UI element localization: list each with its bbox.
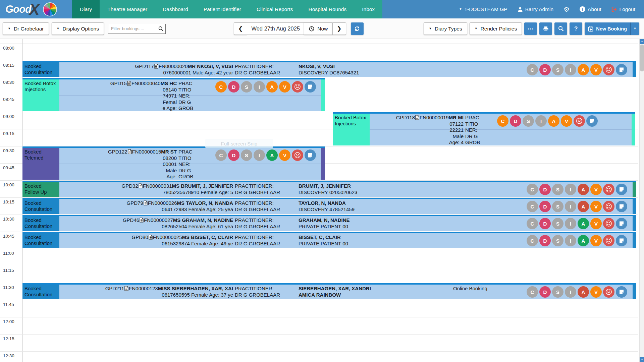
badge-s[interactable]: S: [552, 235, 564, 246]
booking-status-block[interactable]: Booked Consultation: [22, 216, 59, 231]
booking-body[interactable]: GPD46FN00000027MS GRAHAM, N, NADINE08265…: [59, 216, 633, 231]
badge-c[interactable]: C: [527, 201, 538, 212]
note-icon-badge[interactable]: [616, 64, 627, 75]
badge-d[interactable]: D: [510, 115, 521, 127]
badge-a[interactable]: A: [578, 184, 589, 195]
scrollbar-thumb[interactable]: [640, 45, 644, 71]
badge-i[interactable]: I: [565, 201, 576, 212]
badge-v[interactable]: V: [590, 184, 602, 195]
time-slot-1230[interactable]: 12:30: [0, 352, 638, 362]
booking-body[interactable]: GPD80FN00000025MS BISSET, C, CLAIR061532…: [59, 233, 633, 248]
booking-body[interactable]: GPD118FN00000019MR MI0712222221MaleAge: …: [370, 114, 632, 145]
badge-a[interactable]: A: [548, 115, 559, 127]
badge-d[interactable]: D: [539, 201, 551, 212]
badge-a[interactable]: A: [578, 218, 589, 229]
booking-status-block[interactable]: Booked Botox Injections: [22, 79, 59, 111]
note-icon-badge[interactable]: [305, 149, 316, 161]
tab-hospital-rounds[interactable]: Hospital Rounds: [301, 0, 354, 18]
badge-s[interactable]: S: [552, 218, 564, 229]
sad-face-icon[interactable]: ☹: [603, 64, 614, 75]
booking-0930-gpd122[interactable]: Booked TelemedGPD122FN00000015MR ST08200…: [22, 146, 325, 180]
badge-d[interactable]: D: [539, 235, 551, 246]
badge-a[interactable]: A: [578, 235, 589, 246]
note-icon-badge[interactable]: [616, 184, 627, 195]
time-slot-1100[interactable]: 11:00: [0, 249, 638, 266]
booking-body[interactable]: GPD122FN00000015MR ST0820000001MaleAge:P…: [59, 148, 321, 180]
badge-i[interactable]: I: [565, 235, 576, 246]
badge-i[interactable]: I: [565, 184, 576, 195]
sad-face-icon[interactable]: ☹: [292, 81, 303, 93]
diary-types-dropdown[interactable]: ▼ Diary Types: [424, 22, 467, 35]
sad-face-icon[interactable]: ☹: [603, 218, 614, 229]
sad-face-icon[interactable]: ☹: [603, 201, 614, 212]
display-options-dropdown[interactable]: ▼ Display Options: [52, 22, 104, 35]
note-icon-badge[interactable]: [616, 218, 627, 229]
next-day-button[interactable]: ❯: [332, 22, 346, 35]
practitioner-dropdown[interactable]: ▼ Dr Grobelaar: [3, 22, 49, 35]
time-slot-1215[interactable]: 12:15: [0, 335, 638, 352]
booking-status-block[interactable]: Booked Consultation: [22, 233, 59, 248]
booking-1015-gpd79[interactable]: Booked ConsultationGPD79FN00000026MS TAY…: [22, 198, 636, 214]
booking-1130-gpd211[interactable]: Booked ConsultationGPD211FN00000123MISS …: [22, 283, 636, 299]
tab-dashboard[interactable]: Dashboard: [155, 0, 196, 18]
logout-button[interactable]: Logout: [611, 6, 635, 12]
more-options-button[interactable]: •••: [524, 22, 537, 35]
booking-0815-gpd117[interactable]: Booked ConsultationGPD117FN00000020MR NK…: [22, 61, 636, 77]
badge-c[interactable]: C: [215, 81, 227, 93]
time-slot-1145[interactable]: 11:45: [0, 300, 638, 317]
sad-face-icon[interactable]: ☹: [603, 184, 614, 195]
badge-d[interactable]: D: [539, 184, 551, 195]
badge-c[interactable]: C: [215, 149, 227, 161]
render-policies-dropdown[interactable]: ▼ Render Policies: [470, 22, 522, 35]
booking-status-block[interactable]: Booked Telemed: [22, 148, 59, 180]
badge-c[interactable]: C: [527, 235, 538, 246]
note-icon-badge[interactable]: [305, 81, 316, 93]
help-button[interactable]: ?: [570, 22, 582, 35]
badge-d[interactable]: D: [539, 64, 551, 75]
booking-status-block[interactable]: Booked Consultation: [22, 285, 59, 299]
badge-v[interactable]: V: [590, 286, 602, 298]
badge-a[interactable]: A: [578, 64, 589, 75]
badge-v[interactable]: V: [279, 81, 290, 93]
badge-i[interactable]: I: [565, 218, 576, 229]
badge-v[interactable]: V: [279, 149, 290, 161]
badge-v[interactable]: V: [590, 201, 602, 212]
user-menu[interactable]: Barry Admin: [518, 6, 553, 12]
booking-1030-gpd46[interactable]: Booked ConsultationGPD46FN00000027MS GRA…: [22, 215, 636, 231]
search-button[interactable]: [554, 22, 567, 35]
badge-i[interactable]: I: [254, 149, 265, 161]
booking-0830-gpd15[interactable]: Booked Botox InjectionsGPD15FN00000040MS…: [22, 78, 325, 111]
practice-selector[interactable]: ▼ 1-DOCSTEAM GP: [459, 6, 507, 12]
booking-0900-gpd118[interactable]: Booked Botox InjectionsGPD118FN00000019M…: [333, 112, 635, 145]
sad-face-icon[interactable]: ☹: [603, 286, 614, 298]
badge-s[interactable]: S: [523, 115, 534, 127]
time-slot-0800[interactable]: 08:00: [0, 44, 638, 61]
settings-button[interactable]: ⚙: [564, 5, 570, 13]
prev-day-button[interactable]: ❮: [234, 22, 247, 35]
tab-patient-identifier[interactable]: Patient Identifier: [196, 0, 249, 18]
note-icon-badge[interactable]: [586, 115, 598, 127]
booking-status-block[interactable]: Booked Consultation: [22, 62, 59, 77]
badge-c[interactable]: C: [527, 286, 538, 298]
badge-d[interactable]: D: [539, 286, 551, 298]
refresh-button[interactable]: [351, 22, 364, 35]
time-slot-1115[interactable]: 11:15: [0, 266, 638, 283]
note-icon-badge[interactable]: [616, 235, 627, 246]
badge-d[interactable]: D: [228, 81, 239, 93]
booking-body[interactable]: GPD211FN00000123MISS SIEBERHAGEN, XAR, X…: [59, 285, 633, 299]
badge-s[interactable]: S: [552, 286, 564, 298]
booking-body[interactable]: GPD15FN00000040MS HC0614074971Female Age…: [59, 79, 321, 111]
badge-a[interactable]: A: [578, 286, 589, 298]
booking-1045-gpd80[interactable]: Booked ConsultationGPD80FN00000025MS BIS…: [22, 232, 636, 248]
badge-d[interactable]: D: [228, 149, 239, 161]
badge-i[interactable]: I: [565, 64, 576, 75]
badge-c[interactable]: C: [527, 218, 538, 229]
badge-v[interactable]: V: [561, 115, 572, 127]
badge-i[interactable]: I: [535, 115, 547, 127]
badge-a[interactable]: A: [266, 81, 278, 93]
badge-v[interactable]: V: [590, 218, 602, 229]
sad-face-icon[interactable]: ☹: [292, 149, 303, 161]
badge-a[interactable]: A: [266, 149, 278, 161]
booking-body[interactable]: GPD117FN00000020MR NKOSI, V, VUSI0760000…: [59, 62, 633, 77]
scroll-down-button[interactable]: ▼: [640, 357, 644, 362]
